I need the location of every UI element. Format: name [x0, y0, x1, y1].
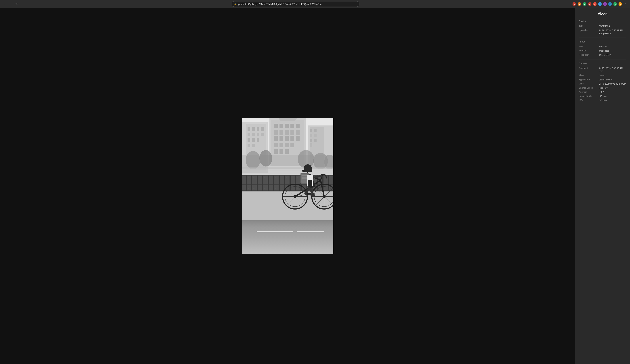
- extension-icon-5[interactable]: ●: [592, 2, 597, 6]
- svg-rect-135: [308, 192, 311, 194]
- extension-icon-8[interactable]: ●: [608, 2, 612, 6]
- svg-point-80: [248, 188, 249, 189]
- svg-rect-7: [248, 133, 250, 136]
- svg-rect-78: [328, 175, 329, 191]
- svg-rect-58: [242, 170, 333, 171]
- image-section-title: Image: [579, 40, 626, 43]
- divider-1: [579, 37, 626, 38]
- svg-rect-49: [310, 143, 312, 147]
- format-value: image/jpeg: [598, 49, 609, 52]
- svg-rect-43: [310, 129, 312, 132]
- focal-length-label: Focal Length: [579, 95, 597, 98]
- svg-point-82: [254, 188, 254, 189]
- iso-row: ISO ISO 400: [579, 99, 626, 102]
- svg-rect-132: [302, 178, 308, 179]
- svg-point-83: [264, 177, 266, 178]
- shutter-label: Shutter Speed: [579, 87, 597, 90]
- svg-rect-20: [280, 124, 283, 128]
- divider-2: [579, 59, 626, 59]
- svg-rect-4: [252, 127, 255, 131]
- svg-rect-33: [296, 136, 300, 141]
- svg-rect-40: [285, 149, 288, 154]
- iso-label: ISO: [579, 99, 597, 102]
- svg-rect-6: [261, 127, 264, 131]
- svg-rect-22: [290, 124, 294, 128]
- make-value: Canon: [598, 74, 605, 77]
- extension-icon-1[interactable]: ●: [572, 2, 577, 6]
- svg-rect-26: [285, 130, 288, 135]
- svg-rect-3: [248, 127, 250, 131]
- svg-rect-21: [285, 124, 288, 128]
- size-value: 8.90 MB: [598, 45, 607, 48]
- browser-extensions: ● ● ● ● ● ● ● ● ● ● ⋮: [572, 2, 628, 6]
- resolution-row: Resolution 4434 x 5542: [579, 54, 626, 57]
- extension-icon-6[interactable]: ●: [598, 2, 602, 6]
- address-bar[interactable]: 🔒 lychee.test/gallery/vZMyeeFTujfyM20_4b…: [232, 1, 360, 7]
- sidebar: About Basics Title EOSR1025 Uploaded Jul…: [575, 8, 630, 364]
- main-content: About Basics Title EOSR1025 Uploaded Jul…: [0, 8, 630, 364]
- aperture-row: Aperture f / 2.8: [579, 91, 626, 94]
- photo-container: [242, 118, 333, 254]
- svg-point-86: [275, 188, 276, 189]
- size-row: Size 8.90 MB: [579, 45, 626, 48]
- svg-rect-34: [274, 143, 278, 147]
- svg-rect-134: [308, 180, 312, 186]
- photo-image-bottom: [242, 220, 333, 254]
- camera-section-title: Camera: [579, 62, 626, 65]
- svg-rect-24: [274, 130, 278, 135]
- svg-point-79: [248, 177, 249, 178]
- svg-rect-68: [273, 175, 274, 191]
- svg-rect-35: [280, 143, 283, 147]
- svg-point-81: [254, 177, 254, 178]
- aperture-value: f / 2.8: [598, 91, 604, 94]
- reload-button[interactable]: ↻: [14, 1, 19, 6]
- svg-rect-66: [262, 175, 263, 191]
- resolution-value: 4434 x 5542: [598, 54, 611, 57]
- svg-rect-10: [261, 133, 264, 136]
- title-row: Title EOSR1025: [579, 25, 626, 28]
- svg-rect-27: [290, 130, 294, 135]
- browser-toolbar: ← → ↻ 🔒 lychee.test/gallery/vZMyeeFTujfy…: [0, 0, 630, 8]
- svg-rect-63: [246, 175, 247, 191]
- back-button[interactable]: ←: [2, 1, 7, 6]
- model-row: Type/Model Canon EOS R: [579, 78, 626, 81]
- aperture-label: Aperture: [579, 91, 597, 94]
- svg-point-128: [304, 164, 312, 172]
- extension-icon-4[interactable]: ●: [587, 2, 592, 6]
- uploaded-label: Uploaded: [579, 29, 597, 35]
- lens-row: Lens EF70-200mm f/2.8L IS USM: [579, 82, 626, 86]
- svg-rect-15: [252, 144, 255, 147]
- extension-icon-10[interactable]: ●: [618, 2, 623, 6]
- format-row: Format image/jpeg: [579, 49, 626, 52]
- resolution-label: Resolution: [579, 54, 597, 57]
- svg-rect-19: [274, 124, 278, 128]
- photo-image-top: [242, 118, 333, 220]
- svg-rect-32: [290, 136, 294, 141]
- svg-rect-131: [302, 175, 308, 176]
- svg-rect-28: [296, 130, 300, 135]
- svg-rect-30: [280, 136, 283, 141]
- svg-rect-38: [274, 149, 278, 154]
- size-label: Size: [579, 45, 597, 48]
- extension-icon-9[interactable]: ●: [613, 2, 618, 6]
- photo-area: [0, 8, 575, 364]
- svg-rect-71: [290, 175, 291, 191]
- svg-rect-44: [314, 129, 316, 132]
- forward-button[interactable]: →: [8, 1, 13, 6]
- svg-rect-64: [251, 175, 252, 191]
- make-label: Make: [579, 74, 597, 77]
- format-label: Format: [579, 49, 597, 52]
- svg-rect-31: [285, 136, 288, 141]
- extension-icon-3[interactable]: ●: [582, 2, 587, 6]
- captured-value: Jul 27, 2019, 6:08:35 PM UTC: [598, 67, 626, 73]
- extension-icon-2[interactable]: ●: [577, 2, 582, 6]
- url-text: lychee.test/gallery/vZMyeeFTujfyM20_4bfL…: [238, 3, 322, 5]
- iso-value: ISO 400: [598, 99, 607, 102]
- title-label: Title: [579, 25, 597, 28]
- uploaded-value: Jul 28, 2019, 6:55:39 PM Europe/Paris: [598, 29, 623, 35]
- lens-value: EF70-200mm f/2.8L IS USM: [598, 82, 626, 86]
- svg-rect-37: [290, 143, 294, 147]
- extension-icon-7[interactable]: ●: [602, 2, 607, 6]
- more-button[interactable]: ⋮: [623, 2, 628, 6]
- sidebar-title: About: [579, 12, 626, 15]
